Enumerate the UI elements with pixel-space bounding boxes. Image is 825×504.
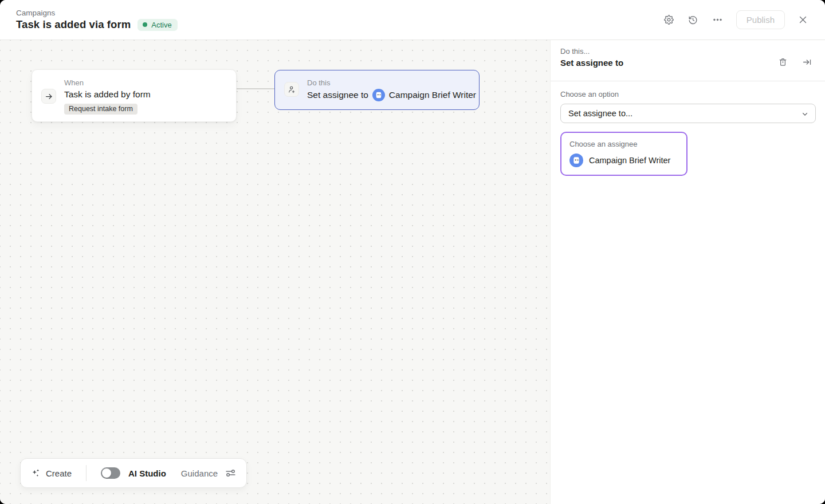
breadcrumb[interactable]: Campaigns bbox=[16, 9, 178, 17]
page-title: Task is added via form bbox=[16, 18, 131, 31]
panel-body: Choose an option Set assignee to... Choo… bbox=[551, 81, 825, 176]
automation-builder-window: Campaigns Task is added via form Active … bbox=[0, 0, 825, 504]
person-add-icon bbox=[287, 85, 296, 94]
rule-canvas[interactable]: When Task is added by form Request intak… bbox=[0, 40, 550, 504]
ai-studio-toggle[interactable] bbox=[101, 467, 120, 479]
action-icon-square bbox=[284, 82, 299, 97]
close-icon bbox=[798, 15, 808, 25]
assignee-picker[interactable]: Choose an assignee Campaign Brief Writer bbox=[560, 132, 688, 176]
status-dot-icon bbox=[143, 22, 147, 27]
toggle-knob bbox=[102, 468, 111, 478]
panel-kicker: Do this... bbox=[560, 47, 814, 56]
action-assignee-name: Campaign Brief Writer bbox=[389, 90, 476, 100]
ai-studio-label: AI Studio bbox=[128, 468, 166, 478]
action-title-prefix: Set assignee to bbox=[307, 90, 368, 100]
more-options-button[interactable] bbox=[711, 13, 724, 26]
canvas-toolbar: Create AI Studio Guidance bbox=[20, 458, 247, 488]
history-button[interactable] bbox=[687, 14, 699, 26]
close-button[interactable] bbox=[797, 14, 809, 26]
action-type-select[interactable]: Set assignee to... bbox=[560, 104, 816, 123]
trash-icon bbox=[778, 57, 788, 67]
assignee-row[interactable]: Campaign Brief Writer bbox=[569, 153, 678, 167]
connector-line bbox=[237, 88, 274, 89]
gear-icon bbox=[664, 15, 674, 25]
assignee-label: Choose an assignee bbox=[569, 140, 678, 148]
trigger-icon-square bbox=[41, 89, 56, 104]
action-type-select-value: Set assignee to... bbox=[568, 109, 632, 118]
ellipsis-icon bbox=[712, 14, 723, 25]
history-icon bbox=[688, 15, 698, 25]
sparkle-icon bbox=[31, 468, 41, 478]
agent-avatar-icon bbox=[372, 89, 385, 101]
form-chip[interactable]: Request intake form bbox=[64, 104, 138, 115]
arrow-right-icon bbox=[45, 92, 53, 101]
create-label: Create bbox=[46, 468, 72, 478]
sliders-icon bbox=[225, 468, 237, 478]
trigger-kicker: When bbox=[64, 78, 84, 87]
trigger-card[interactable]: When Task is added by form Request intak… bbox=[32, 69, 237, 122]
panel-header: Do this... Set assignee to bbox=[551, 40, 825, 81]
delete-action-button[interactable] bbox=[777, 56, 789, 68]
collapse-panel-icon bbox=[802, 57, 812, 67]
toolbar-divider bbox=[86, 465, 87, 481]
status-label: Active bbox=[151, 21, 171, 29]
guidance-button[interactable]: Guidance bbox=[181, 468, 218, 478]
assignee-name: Campaign Brief Writer bbox=[589, 156, 670, 165]
action-title-row: Set assignee to Campaign Brief Writer bbox=[307, 89, 476, 101]
header-titles: Campaigns Task is added via form Active bbox=[16, 9, 178, 31]
settings-button[interactable] bbox=[663, 14, 675, 26]
option-label: Choose an option bbox=[560, 90, 815, 99]
settings-sliders-button[interactable] bbox=[223, 467, 238, 479]
panel-title: Set assignee to bbox=[560, 58, 814, 68]
header: Campaigns Task is added via form Active … bbox=[0, 0, 825, 40]
create-button[interactable]: Create bbox=[31, 468, 72, 478]
header-actions: Publish bbox=[663, 10, 809, 29]
agent-avatar-icon bbox=[569, 153, 583, 167]
action-settings-panel: Do this... Set assignee to Choose an opt… bbox=[550, 40, 825, 504]
collapse-panel-button[interactable] bbox=[801, 56, 813, 68]
action-kicker: Do this bbox=[307, 78, 330, 87]
action-card[interactable]: Do this Set assignee to Campaign Brief W… bbox=[274, 70, 480, 110]
status-badge: Active bbox=[138, 19, 177, 31]
publish-button[interactable]: Publish bbox=[736, 10, 785, 29]
title-row: Task is added via form Active bbox=[16, 18, 178, 31]
chevron-down-icon bbox=[801, 110, 809, 118]
panel-header-actions bbox=[777, 56, 813, 68]
trigger-title: Task is added by form bbox=[64, 89, 151, 100]
